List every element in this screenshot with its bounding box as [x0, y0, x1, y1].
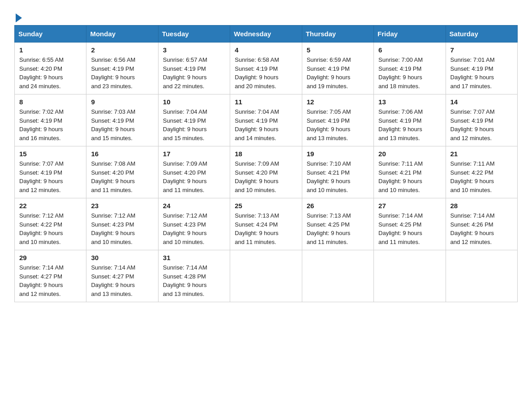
day-info: Sunrise: 6:59 AM Sunset: 4:19 PM Dayligh… [307, 56, 369, 90]
weekday-header-thursday: Thursday [302, 26, 373, 43]
calendar-day-cell: 8 Sunrise: 7:02 AM Sunset: 4:19 PM Dayli… [15, 94, 86, 146]
day-info: Sunrise: 7:07 AM Sunset: 4:19 PM Dayligh… [19, 159, 82, 194]
day-number: 20 [378, 150, 441, 158]
day-number: 4 [235, 46, 297, 54]
calendar-week-row: 8 Sunrise: 7:02 AM Sunset: 4:19 PM Dayli… [15, 94, 518, 146]
day-info: Sunrise: 7:14 AM Sunset: 4:27 PM Dayligh… [19, 263, 82, 298]
weekday-header-row: SundayMondayTuesdayWednesdayThursdayFrid… [15, 26, 518, 43]
calendar-week-row: 15 Sunrise: 7:07 AM Sunset: 4:19 PM Dayl… [15, 146, 518, 198]
calendar-week-row: 29 Sunrise: 7:14 AM Sunset: 4:27 PM Dayl… [15, 250, 518, 302]
calendar-day-cell [230, 250, 302, 302]
calendar-day-cell: 29 Sunrise: 7:14 AM Sunset: 4:27 PM Dayl… [15, 250, 86, 302]
day-info: Sunrise: 7:14 AM Sunset: 4:25 PM Dayligh… [378, 211, 441, 246]
calendar-day-cell: 24 Sunrise: 7:12 AM Sunset: 4:23 PM Dayl… [158, 198, 230, 250]
calendar-day-cell: 21 Sunrise: 7:11 AM Sunset: 4:22 PM Dayl… [446, 146, 517, 198]
day-number: 9 [91, 98, 153, 106]
day-number: 6 [378, 46, 441, 54]
weekday-header-tuesday: Tuesday [158, 26, 230, 43]
day-number: 7 [450, 46, 513, 54]
day-info: Sunrise: 6:56 AM Sunset: 4:19 PM Dayligh… [91, 56, 153, 90]
day-info: Sunrise: 7:14 AM Sunset: 4:28 PM Dayligh… [163, 263, 225, 298]
calendar-day-cell: 19 Sunrise: 7:10 AM Sunset: 4:21 PM Dayl… [302, 146, 373, 198]
day-info: Sunrise: 7:05 AM Sunset: 4:19 PM Dayligh… [307, 107, 369, 142]
day-info: Sunrise: 6:57 AM Sunset: 4:19 PM Dayligh… [163, 56, 225, 90]
day-number: 8 [19, 98, 82, 106]
calendar-day-cell: 30 Sunrise: 7:14 AM Sunset: 4:27 PM Dayl… [86, 250, 158, 302]
day-number: 11 [235, 98, 297, 106]
calendar-day-cell: 9 Sunrise: 7:03 AM Sunset: 4:19 PM Dayli… [86, 94, 158, 146]
day-number: 31 [163, 254, 225, 261]
calendar-day-cell: 14 Sunrise: 7:07 AM Sunset: 4:19 PM Dayl… [446, 94, 517, 146]
calendar-day-cell: 15 Sunrise: 7:07 AM Sunset: 4:19 PM Dayl… [15, 146, 86, 198]
day-number: 15 [19, 150, 82, 158]
day-info: Sunrise: 7:09 AM Sunset: 4:20 PM Dayligh… [235, 159, 297, 194]
calendar-table: SundayMondayTuesdayWednesdayThursdayFrid… [14, 25, 518, 302]
calendar-day-cell: 13 Sunrise: 7:06 AM Sunset: 4:19 PM Dayl… [374, 94, 446, 146]
day-info: Sunrise: 7:04 AM Sunset: 4:19 PM Dayligh… [163, 107, 225, 142]
calendar-day-cell: 18 Sunrise: 7:09 AM Sunset: 4:20 PM Dayl… [230, 146, 302, 198]
calendar-day-cell: 20 Sunrise: 7:11 AM Sunset: 4:21 PM Dayl… [374, 146, 446, 198]
calendar-day-cell: 7 Sunrise: 7:01 AM Sunset: 4:19 PM Dayli… [446, 43, 517, 94]
weekday-header-monday: Monday [86, 26, 158, 43]
calendar-day-cell: 11 Sunrise: 7:04 AM Sunset: 4:19 PM Dayl… [230, 94, 302, 146]
calendar-day-cell: 23 Sunrise: 7:12 AM Sunset: 4:23 PM Dayl… [86, 198, 158, 250]
day-number: 16 [91, 150, 153, 158]
day-number: 5 [307, 46, 369, 54]
calendar-day-cell: 31 Sunrise: 7:14 AM Sunset: 4:28 PM Dayl… [158, 250, 230, 302]
day-info: Sunrise: 7:03 AM Sunset: 4:19 PM Dayligh… [91, 107, 153, 142]
day-info: Sunrise: 6:58 AM Sunset: 4:19 PM Dayligh… [235, 56, 297, 90]
day-info: Sunrise: 7:11 AM Sunset: 4:22 PM Dayligh… [450, 159, 513, 194]
day-info: Sunrise: 7:12 AM Sunset: 4:23 PM Dayligh… [163, 211, 225, 246]
day-info: Sunrise: 7:07 AM Sunset: 4:19 PM Dayligh… [450, 107, 513, 142]
day-info: Sunrise: 7:00 AM Sunset: 4:19 PM Dayligh… [378, 56, 441, 90]
calendar-day-cell: 6 Sunrise: 7:00 AM Sunset: 4:19 PM Dayli… [374, 43, 446, 94]
logo-arrow-icon [16, 13, 22, 22]
calendar-day-cell: 26 Sunrise: 7:13 AM Sunset: 4:25 PM Dayl… [302, 198, 373, 250]
day-number: 22 [19, 202, 82, 210]
day-info: Sunrise: 7:11 AM Sunset: 4:21 PM Dayligh… [378, 159, 441, 194]
day-info: Sunrise: 7:14 AM Sunset: 4:26 PM Dayligh… [450, 211, 513, 246]
calendar-day-cell: 10 Sunrise: 7:04 AM Sunset: 4:19 PM Dayl… [158, 94, 230, 146]
day-number: 28 [450, 202, 513, 210]
day-number: 21 [450, 150, 513, 158]
weekday-header-sunday: Sunday [15, 26, 86, 43]
day-number: 10 [163, 98, 225, 106]
calendar-day-cell: 12 Sunrise: 7:05 AM Sunset: 4:19 PM Dayl… [302, 94, 373, 146]
day-info: Sunrise: 7:12 AM Sunset: 4:22 PM Dayligh… [19, 211, 82, 246]
day-number: 17 [163, 150, 225, 158]
day-number: 3 [163, 46, 225, 54]
day-info: Sunrise: 7:13 AM Sunset: 4:24 PM Dayligh… [235, 211, 297, 246]
day-number: 29 [19, 254, 82, 261]
day-info: Sunrise: 7:13 AM Sunset: 4:25 PM Dayligh… [307, 211, 369, 246]
page-header [14, 11, 518, 21]
day-info: Sunrise: 7:02 AM Sunset: 4:19 PM Dayligh… [19, 107, 82, 142]
calendar-day-cell: 3 Sunrise: 6:57 AM Sunset: 4:19 PM Dayli… [158, 43, 230, 94]
weekday-header-friday: Friday [374, 26, 446, 43]
day-info: Sunrise: 6:55 AM Sunset: 4:20 PM Dayligh… [19, 56, 82, 90]
day-info: Sunrise: 7:09 AM Sunset: 4:20 PM Dayligh… [163, 159, 225, 194]
day-info: Sunrise: 7:10 AM Sunset: 4:21 PM Dayligh… [307, 159, 369, 194]
day-number: 2 [91, 46, 153, 54]
weekday-header-saturday: Saturday [446, 26, 517, 43]
day-number: 13 [378, 98, 441, 106]
calendar-day-cell: 16 Sunrise: 7:08 AM Sunset: 4:20 PM Dayl… [86, 146, 158, 198]
day-number: 12 [307, 98, 369, 106]
logo [14, 13, 22, 21]
day-number: 18 [235, 150, 297, 158]
calendar-week-row: 22 Sunrise: 7:12 AM Sunset: 4:22 PM Dayl… [15, 198, 518, 250]
calendar-day-cell: 22 Sunrise: 7:12 AM Sunset: 4:22 PM Dayl… [15, 198, 86, 250]
calendar-day-cell: 28 Sunrise: 7:14 AM Sunset: 4:26 PM Dayl… [446, 198, 517, 250]
day-info: Sunrise: 7:12 AM Sunset: 4:23 PM Dayligh… [91, 211, 153, 246]
day-info: Sunrise: 7:08 AM Sunset: 4:20 PM Dayligh… [91, 159, 153, 194]
day-number: 19 [307, 150, 369, 158]
day-number: 26 [307, 202, 369, 210]
calendar-day-cell: 2 Sunrise: 6:56 AM Sunset: 4:19 PM Dayli… [86, 43, 158, 94]
day-info: Sunrise: 7:04 AM Sunset: 4:19 PM Dayligh… [235, 107, 297, 142]
calendar-day-cell [374, 250, 446, 302]
calendar-day-cell [446, 250, 517, 302]
calendar-day-cell: 25 Sunrise: 7:13 AM Sunset: 4:24 PM Dayl… [230, 198, 302, 250]
day-info: Sunrise: 7:06 AM Sunset: 4:19 PM Dayligh… [378, 107, 441, 142]
day-number: 23 [91, 202, 153, 210]
calendar-day-cell: 5 Sunrise: 6:59 AM Sunset: 4:19 PM Dayli… [302, 43, 373, 94]
day-info: Sunrise: 7:01 AM Sunset: 4:19 PM Dayligh… [450, 56, 513, 90]
